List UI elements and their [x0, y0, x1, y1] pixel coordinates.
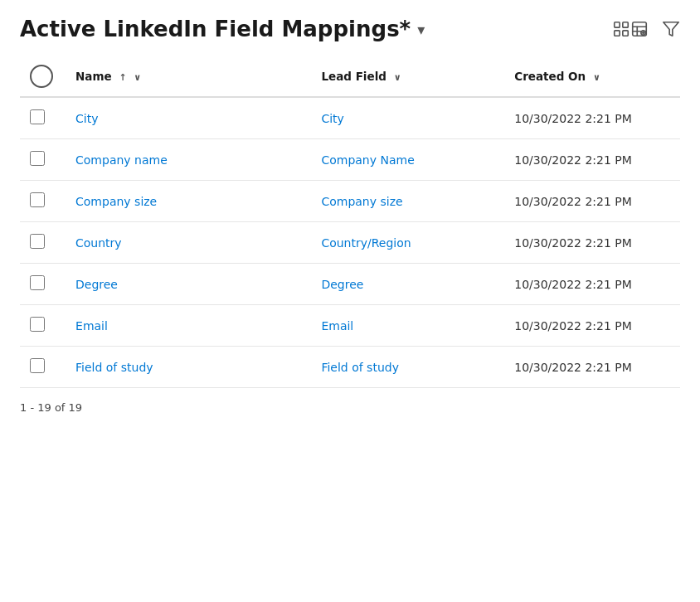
- svg-rect-1: [623, 22, 628, 27]
- row-checkbox[interactable]: [30, 109, 45, 124]
- row-name[interactable]: City: [66, 97, 311, 139]
- row-name[interactable]: Company size: [66, 181, 311, 222]
- row-name[interactable]: Company name: [66, 139, 311, 181]
- row-checkbox-cell[interactable]: [20, 181, 66, 222]
- created-filter-icon[interactable]: ∨: [593, 72, 600, 83]
- svg-rect-0: [615, 22, 620, 27]
- pagination-text: 1 - 19 of 19: [20, 401, 82, 414]
- row-name[interactable]: Degree: [66, 264, 311, 305]
- table-row: CityCity10/30/2022 2:21 PM: [20, 97, 680, 139]
- table-body: CityCity10/30/2022 2:21 PMCompany nameCo…: [20, 97, 680, 388]
- row-lead-field[interactable]: Email: [311, 305, 504, 347]
- row-name[interactable]: Country: [66, 222, 311, 264]
- row-lead-field[interactable]: Field of study: [311, 347, 504, 388]
- row-lead-field[interactable]: Country/Region: [311, 222, 504, 264]
- row-name-link[interactable]: City: [75, 112, 98, 125]
- lead-filter-icon[interactable]: ∨: [394, 72, 401, 83]
- row-name-link[interactable]: Company name: [75, 153, 168, 167]
- title-group: Active LinkedIn Field Mappings* ▾: [20, 17, 425, 41]
- table-row: DegreeDegree10/30/2022 2:21 PM: [20, 264, 680, 305]
- row-checkbox[interactable]: [30, 275, 45, 290]
- row-lead-field[interactable]: Degree: [311, 264, 504, 305]
- table-row: Company sizeCompany size10/30/2022 2:21 …: [20, 181, 680, 222]
- header-checkbox-cell[interactable]: [20, 56, 66, 97]
- row-created-on: 10/30/2022 2:21 PM: [504, 139, 680, 181]
- page-title: Active LinkedIn Field Mappings*: [20, 17, 411, 41]
- row-checkbox-cell[interactable]: [20, 97, 66, 139]
- row-lead-link[interactable]: Company Name: [321, 153, 414, 167]
- row-lead-link[interactable]: Degree: [321, 278, 363, 291]
- row-checkbox[interactable]: [30, 151, 45, 166]
- settings-icon[interactable]: [612, 20, 649, 38]
- row-checkbox-cell[interactable]: [20, 305, 66, 347]
- row-created-on: 10/30/2022 2:21 PM: [504, 305, 680, 347]
- row-created-on: 10/30/2022 2:21 PM: [504, 264, 680, 305]
- svg-rect-3: [623, 31, 628, 36]
- row-name-link[interactable]: Field of study: [75, 361, 153, 374]
- page-header: Active LinkedIn Field Mappings* ▾: [20, 17, 680, 41]
- select-all-checkbox[interactable]: [30, 65, 53, 88]
- column-header-created[interactable]: Created On ∨: [504, 56, 680, 97]
- row-lead-link[interactable]: Country/Region: [321, 236, 411, 250]
- row-checkbox[interactable]: [30, 234, 45, 249]
- row-lead-link[interactable]: Field of study: [321, 361, 399, 374]
- row-lead-link[interactable]: City: [321, 112, 343, 125]
- filter-icon[interactable]: [662, 20, 680, 38]
- row-lead-link[interactable]: Company size: [321, 195, 402, 208]
- header-icons: [612, 20, 680, 38]
- row-created-on: 10/30/2022 2:21 PM: [504, 181, 680, 222]
- row-lead-field[interactable]: City: [311, 97, 504, 139]
- pagination-footer: 1 - 19 of 19: [20, 401, 680, 414]
- row-name-link[interactable]: Company size: [75, 195, 157, 208]
- table-header-row: Name ↑ ∨ Lead Field ∨ Created On ∨: [20, 56, 680, 97]
- row-checkbox-cell[interactable]: [20, 139, 66, 181]
- name-sort-icon[interactable]: ↑: [119, 72, 126, 83]
- name-filter-icon[interactable]: ∨: [134, 72, 141, 83]
- row-lead-field[interactable]: Company size: [311, 181, 504, 222]
- row-name-link[interactable]: Country: [75, 236, 122, 250]
- row-lead-link[interactable]: Email: [321, 319, 353, 333]
- row-checkbox-cell[interactable]: [20, 347, 66, 388]
- title-chevron-icon[interactable]: ▾: [417, 21, 425, 38]
- svg-rect-2: [615, 31, 620, 36]
- table-row: EmailEmail10/30/2022 2:21 PM: [20, 305, 680, 347]
- row-checkbox-cell[interactable]: [20, 264, 66, 305]
- row-name-link[interactable]: Email: [75, 319, 108, 333]
- field-mappings-table: Name ↑ ∨ Lead Field ∨ Created On ∨ CityC…: [20, 56, 680, 388]
- row-created-on: 10/30/2022 2:21 PM: [504, 97, 680, 139]
- row-checkbox[interactable]: [30, 317, 45, 332]
- row-checkbox[interactable]: [30, 192, 45, 207]
- row-created-on: 10/30/2022 2:21 PM: [504, 347, 680, 388]
- row-name[interactable]: Email: [66, 305, 311, 347]
- table-row: Field of studyField of study10/30/2022 2…: [20, 347, 680, 388]
- table-row: CountryCountry/Region10/30/2022 2:21 PM: [20, 222, 680, 264]
- row-created-on: 10/30/2022 2:21 PM: [504, 222, 680, 264]
- table-row: Company nameCompany Name10/30/2022 2:21 …: [20, 139, 680, 181]
- row-name-link[interactable]: Degree: [75, 278, 118, 291]
- row-name[interactable]: Field of study: [66, 347, 311, 388]
- row-checkbox[interactable]: [30, 358, 45, 373]
- svg-marker-12: [664, 22, 678, 36]
- row-checkbox-cell[interactable]: [20, 222, 66, 264]
- column-header-lead[interactable]: Lead Field ∨: [311, 56, 504, 97]
- row-lead-field[interactable]: Company Name: [311, 139, 504, 181]
- column-header-name[interactable]: Name ↑ ∨: [66, 56, 311, 97]
